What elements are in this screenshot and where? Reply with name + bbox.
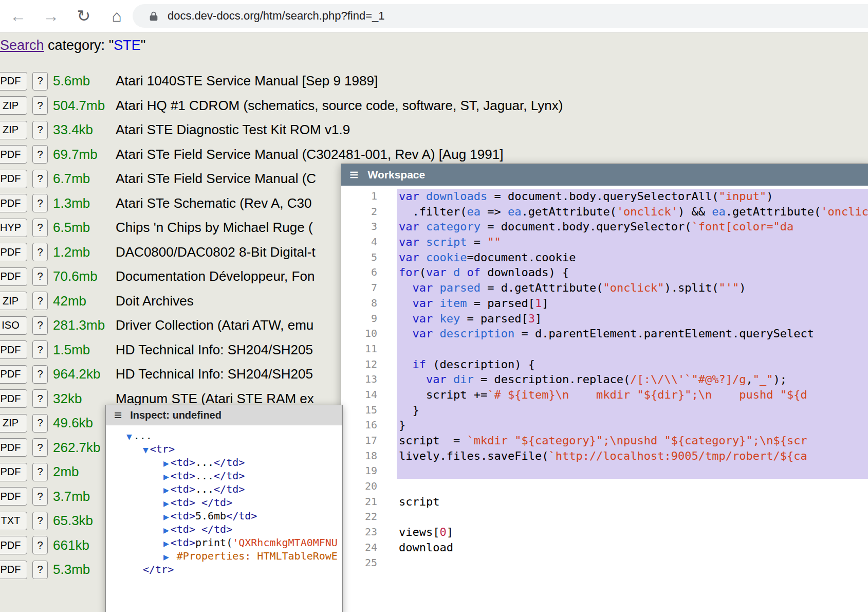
file-type-button[interactable]: PDF — [0, 487, 27, 506]
expand-arrow-icon[interactable]: ▶ — [163, 499, 169, 508]
help-button[interactable]: ? — [32, 243, 48, 261]
tree-node[interactable]: ▶<td>...</td> — [106, 469, 342, 482]
file-type-button[interactable]: PDF — [0, 438, 27, 457]
code-text[interactable]: var cookie=document.cookie — [397, 250, 868, 265]
code-text[interactable]: .filter(ea => ea.getAttribute('onclick')… — [397, 204, 868, 220]
expand-arrow-icon[interactable]: ▶ — [163, 553, 169, 561]
code-text[interactable]: script = `mkdir "${category}";\npushd "$… — [397, 433, 868, 448]
help-button[interactable]: ? — [32, 219, 48, 237]
help-button[interactable]: ? — [32, 267, 48, 286]
workspace-titlebar[interactable]: ≡ Workspace — [341, 164, 868, 186]
help-button[interactable]: ? — [32, 536, 48, 554]
code-text[interactable]: download — [397, 540, 868, 555]
file-type-button[interactable]: PDF — [0, 365, 27, 384]
file-type-button[interactable]: PDF — [0, 194, 27, 212]
address-bar[interactable]: docs.dev-docs.org/htm/search.php?find=_1 — [133, 4, 868, 28]
code-text[interactable]: for(var d of downloads) { — [397, 265, 868, 280]
code-text[interactable]: lively.files.saveFile(`http://localhost:… — [397, 448, 868, 464]
help-button[interactable]: ? — [32, 512, 48, 530]
file-type-button[interactable]: ZIP — [0, 121, 27, 139]
tree-node[interactable]: ▼<tr> — [106, 442, 342, 456]
workspace-menu-icon[interactable]: ≡ — [349, 167, 359, 183]
code-text[interactable]: if (description) { — [397, 357, 868, 372]
code-text[interactable]: views[0] — [397, 525, 868, 540]
inspect-menu-icon[interactable]: ≡ — [114, 408, 122, 422]
expand-arrow-icon[interactable]: ▶ — [163, 486, 169, 494]
reload-icon[interactable]: ↻ — [72, 8, 96, 24]
file-type-button[interactable]: PDF — [0, 340, 27, 359]
help-button[interactable]: ? — [32, 365, 48, 384]
code-text[interactable]: var dir = description.replace(/[:\/\\'`"… — [397, 372, 868, 387]
expand-arrow-icon[interactable]: ▶ — [163, 473, 169, 481]
help-button[interactable]: ? — [32, 340, 48, 359]
back-icon[interactable]: ← — [6, 8, 30, 24]
help-button[interactable]: ? — [32, 561, 48, 579]
tree-node[interactable]: ▶<td>print('QXRhcmkgMTA0MFNU — [106, 536, 342, 549]
help-button[interactable]: ? — [32, 170, 48, 188]
code-text[interactable] — [397, 555, 868, 571]
file-type-button[interactable]: ISO — [0, 316, 27, 335]
file-type-button[interactable]: TXT — [0, 512, 27, 530]
code-text[interactable]: var key = parsed[3] — [397, 311, 868, 327]
search-link[interactable]: Search — [0, 38, 44, 53]
file-type-button[interactable]: PDF — [0, 561, 27, 579]
code-text[interactable]: } — [397, 418, 868, 433]
help-button[interactable]: ? — [32, 463, 48, 481]
code-text[interactable]: var script = "" — [397, 235, 868, 250]
help-button[interactable]: ? — [32, 487, 48, 506]
file-type-button[interactable]: ZIP — [0, 96, 27, 115]
file-type-button[interactable]: PDF — [0, 536, 27, 554]
tree-node[interactable]: </tr> — [106, 563, 342, 576]
inspect-titlebar[interactable]: ≡ Inspect: undefined — [106, 405, 342, 425]
file-type-button[interactable]: ZIP — [0, 292, 27, 310]
expand-arrow-icon[interactable]: ▶ — [163, 526, 169, 534]
help-button[interactable]: ? — [32, 438, 48, 457]
code-text[interactable]: } — [397, 403, 868, 418]
forward-icon[interactable]: → — [39, 8, 63, 24]
code-text[interactable]: var description = d.parentElement.parent… — [397, 326, 868, 341]
help-button[interactable]: ? — [32, 389, 48, 408]
file-type-button[interactable]: PDF — [0, 463, 27, 481]
tree-node[interactable]: ▶<td>...</td> — [106, 456, 342, 469]
code-text[interactable] — [397, 463, 868, 479]
tree-node[interactable]: ▶ #Properties: HTMLTableRowE — [106, 549, 342, 563]
file-type-button[interactable]: HYP — [0, 219, 27, 237]
help-button[interactable]: ? — [32, 72, 48, 91]
code-text[interactable]: script +=`# ${item}\n mkdir "${dir}";\n … — [397, 387, 868, 403]
file-type-button[interactable]: PDF — [0, 267, 27, 286]
code-text[interactable]: var parsed = d.getAttribute("onclick").s… — [397, 280, 868, 296]
code-text[interactable] — [397, 341, 868, 357]
help-button[interactable]: ? — [32, 316, 48, 335]
help-button[interactable]: ? — [32, 121, 48, 139]
file-type-button[interactable]: PDF — [0, 170, 27, 188]
code-text[interactable]: var item = parsed[1] — [397, 296, 868, 311]
file-type-button[interactable]: ZIP — [0, 414, 27, 433]
help-button[interactable]: ? — [32, 414, 48, 433]
help-button[interactable]: ? — [32, 194, 48, 212]
file-type-button[interactable]: PDF — [0, 72, 27, 91]
expand-arrow-icon[interactable]: ▶ — [163, 539, 169, 548]
tree-node[interactable]: ▶<td>5.6mb</td> — [106, 509, 342, 523]
tree-node[interactable]: ▶<td> </td> — [106, 523, 342, 536]
expand-arrow-icon[interactable]: ▶ — [163, 459, 169, 467]
help-button[interactable]: ? — [32, 96, 48, 115]
help-button[interactable]: ? — [32, 292, 48, 310]
tree-node[interactable]: ▶<td>...</td> — [106, 482, 342, 496]
collapse-arrow-icon[interactable]: ▼ — [143, 446, 149, 454]
expand-arrow-icon[interactable]: ▶ — [163, 513, 169, 521]
code-text[interactable] — [397, 509, 868, 525]
code-text[interactable] — [397, 479, 868, 494]
code-token: = — [467, 236, 487, 248]
code-editor[interactable]: 1var downloads = document.body.querySele… — [341, 186, 868, 612]
help-button[interactable]: ? — [32, 145, 48, 164]
code-text[interactable]: var category = document.body.querySelect… — [397, 219, 868, 235]
home-icon[interactable]: ⌂ — [105, 8, 128, 24]
code-text[interactable]: script — [397, 494, 868, 510]
file-type-button[interactable]: PDF — [0, 243, 27, 261]
file-type-button[interactable]: PDF — [0, 389, 27, 408]
tree-node[interactable]: ▼... — [106, 429, 342, 442]
file-type-button[interactable]: PDF — [0, 145, 27, 164]
code-text[interactable]: var downloads = document.body.querySelec… — [397, 189, 868, 204]
collapse-arrow-icon[interactable]: ▼ — [126, 433, 132, 441]
tree-node[interactable]: ▶<td> </td> — [106, 496, 342, 509]
